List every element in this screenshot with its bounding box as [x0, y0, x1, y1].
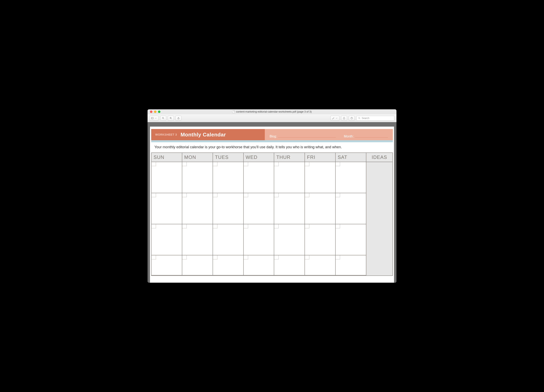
svg-point-12 [351, 117, 353, 119]
document-icon [232, 110, 235, 113]
calendar-cell [182, 224, 213, 255]
day-header-sun: SUN [152, 153, 182, 162]
chevron-down-icon [335, 117, 338, 120]
ideas-header: IDEAS [366, 153, 392, 162]
svg-line-6 [171, 118, 172, 119]
date-box [182, 255, 187, 259]
blog-field: Blog: [270, 135, 336, 138]
calendar-cell [244, 162, 274, 193]
date-box [244, 224, 248, 228]
ideas-column [366, 162, 392, 275]
search-icon [358, 117, 361, 119]
date-box [274, 255, 279, 259]
date-box [305, 193, 309, 197]
date-box [152, 224, 156, 228]
share-icon [177, 117, 180, 120]
calendar-cell [336, 162, 366, 193]
calendar-cell [274, 193, 305, 224]
window-controls [148, 111, 160, 113]
svg-rect-0 [151, 117, 154, 119]
calendar-cell [152, 224, 182, 255]
month-field: Month: [344, 135, 388, 138]
sidebar-icon [151, 117, 154, 120]
rotate-icon [343, 117, 345, 120]
date-box [336, 255, 340, 259]
calendar-cell [182, 162, 213, 193]
app-window: content-marketing-editorial-calendar-wor… [148, 109, 396, 283]
rotate-button[interactable] [341, 116, 347, 121]
minimize-window-button[interactable] [154, 111, 156, 113]
calendar-cell [213, 255, 244, 275]
day-header-sat: SAT [336, 153, 366, 162]
date-box [305, 255, 309, 259]
worksheet-header-left: WORKSHEET 3 Monthly Calendar [151, 129, 265, 140]
calendar-cell [274, 162, 305, 193]
highlight-icon [332, 117, 335, 120]
blog-underline [278, 137, 336, 138]
worksheet-number: WORKSHEET 3 [155, 133, 177, 136]
date-box [274, 162, 279, 166]
calendar-body [152, 162, 392, 275]
calendar-cell [244, 255, 274, 275]
date-box [244, 255, 248, 259]
markup-icon [350, 117, 353, 120]
date-box [182, 162, 187, 166]
date-box [274, 193, 279, 197]
zoom-in-icon [169, 117, 172, 120]
calendar-cell [305, 193, 336, 224]
calendar-cell [305, 162, 336, 193]
worksheet-header-right: Blog: Month: [265, 129, 393, 140]
worksheet-title: Monthly Calendar [180, 132, 226, 138]
calendar-cell [305, 255, 336, 275]
svg-point-13 [359, 117, 360, 119]
calendar-cell [213, 193, 244, 224]
month-label: Month: [344, 135, 354, 138]
day-header-fri: FRI [305, 153, 336, 162]
zoom-out-button[interactable] [160, 116, 166, 121]
sidebar-toggle-button[interactable] [149, 116, 159, 121]
calendar-cell [274, 255, 305, 275]
date-box [152, 193, 156, 197]
markup-button[interactable] [349, 116, 355, 121]
calendar-cell [152, 255, 182, 275]
highlight-button[interactable] [331, 116, 339, 121]
date-box [336, 224, 340, 228]
accent-bar [151, 140, 393, 142]
date-box [336, 193, 340, 197]
day-header-tue: TUES [213, 153, 244, 162]
zoom-in-button[interactable] [168, 116, 174, 121]
date-box [213, 162, 217, 166]
date-box [182, 224, 187, 228]
date-box [244, 162, 248, 166]
svg-rect-11 [343, 117, 345, 119]
calendar-cell [305, 224, 336, 255]
date-box [213, 193, 217, 197]
calendar-cell [152, 162, 182, 193]
svg-line-3 [164, 118, 164, 119]
date-box [244, 193, 248, 197]
calendar-cell [182, 193, 213, 224]
zoom-out-icon [162, 117, 165, 120]
pdf-page: WORKSHEET 3 Monthly Calendar Blog: Month… [150, 127, 394, 283]
calendar-cell [244, 193, 274, 224]
document-viewport[interactable]: WORKSHEET 3 Monthly Calendar Blog: Month… [148, 122, 396, 283]
calendar-header-row: SUN MON TUES WED THUR FRI SAT IDEAS [152, 153, 392, 162]
calendar-cell [274, 224, 305, 255]
day-header-wed: WED [244, 153, 274, 162]
date-box [182, 193, 187, 197]
fullscreen-window-button[interactable] [158, 111, 160, 113]
date-box [152, 255, 156, 259]
search-placeholder: Search [362, 117, 369, 120]
month-underline [355, 137, 388, 138]
calendar-cell [336, 193, 366, 224]
calendar-cell [213, 224, 244, 255]
share-button[interactable] [175, 116, 182, 121]
toolbar: Search [148, 114, 396, 122]
window-title: content-marketing-editorial-calendar-wor… [148, 110, 396, 113]
day-header-thu: THUR [274, 153, 305, 162]
search-input[interactable]: Search [356, 116, 395, 121]
date-box [336, 162, 340, 166]
calendar-cell [152, 193, 182, 224]
chevron-down-icon [154, 117, 157, 120]
close-window-button[interactable] [150, 111, 152, 113]
